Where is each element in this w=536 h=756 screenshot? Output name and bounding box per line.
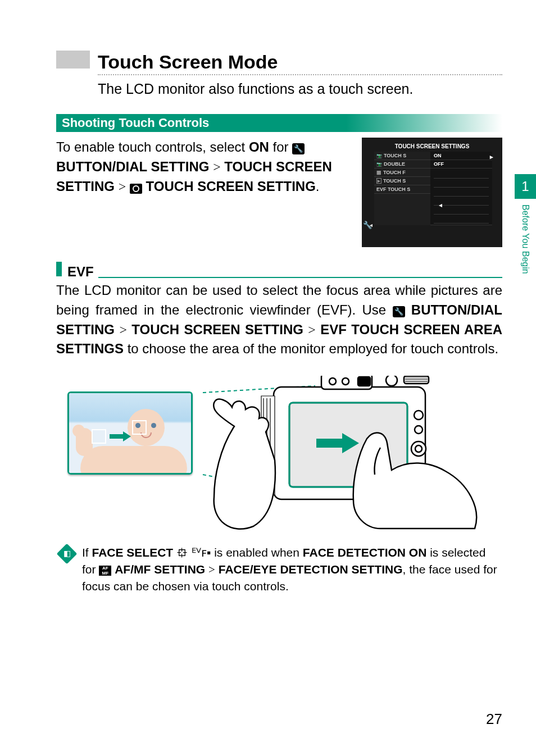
afmf-icon: AFMF	[99, 566, 111, 576]
title-row: Touch Screen Mode	[56, 51, 502, 73]
evf-title: EVF	[67, 264, 94, 280]
page-number: 27	[486, 711, 502, 728]
svg-point-6	[329, 378, 336, 385]
focus-square-icon	[92, 429, 106, 444]
menu-item: TOUCH S	[374, 177, 430, 185]
shooting-paragraph: To enable touch controls, select ON for …	[56, 138, 353, 196]
arrow-right-icon	[110, 432, 132, 440]
menu-right-column: ON▸ OFF	[430, 152, 492, 225]
svg-point-12	[415, 426, 423, 434]
page-title: Touch Screen Mode	[98, 51, 278, 73]
title-underline	[98, 74, 502, 75]
evf-paragraph: The LCD monitor can be used to select th…	[56, 281, 502, 359]
note-diamond-icon	[57, 544, 78, 564]
page: 1 Before You Begin Touch Screen Mode The…	[0, 0, 536, 756]
evf-illustration	[56, 376, 502, 533]
face-select-icons: ⯐ ᴱⱽꜰ▪	[176, 546, 211, 559]
menu-item: DOUBLE	[374, 160, 430, 168]
evf-rule	[98, 277, 502, 278]
svg-rect-8	[358, 377, 370, 386]
arrow-right-icon: ▸	[490, 153, 493, 161]
svg-point-14	[415, 445, 422, 452]
svg-point-7	[342, 378, 349, 385]
note-block: If FACE SELECT ⯐ ᴱⱽꜰ▪ is enabled when FA…	[56, 544, 502, 594]
menu-item: TOUCH S	[374, 152, 430, 160]
touch-settings-screenshot: TOUCH SCREEN SETTINGS TOUCH S DOUBLE TOU…	[362, 138, 502, 247]
menu-option-on: ON▸	[430, 152, 492, 160]
lcd-preview	[67, 391, 193, 475]
chapter-title: Before You Begin	[515, 202, 536, 276]
evf-subheader: EVF	[56, 262, 502, 280]
side-tab: 1 Before You Begin	[515, 174, 536, 276]
chapter-number: 1	[515, 174, 536, 199]
svg-rect-17	[316, 439, 342, 448]
menu-left-column: TOUCH S DOUBLE TOUCH F TOUCH S EVF TOUCH…	[374, 152, 430, 225]
note-text: If FACE SELECT ⯐ ᴱⱽꜰ▪ is enabled when FA…	[82, 544, 502, 594]
arrow-left-icon: ◂	[439, 201, 442, 209]
menu-option-off: OFF	[430, 160, 492, 168]
shooting-header: Shooting Touch Controls	[56, 114, 502, 132]
arrow-left-small-icon: ◂	[370, 222, 373, 228]
svg-point-9	[386, 376, 397, 386]
menu-item: EVF TOUCH S	[374, 185, 430, 194]
svg-point-11	[414, 411, 423, 420]
menu-item: TOUCH F	[374, 168, 430, 177]
intro-text: The LCD monitor also functions as a touc…	[98, 81, 502, 97]
wrench-icon	[393, 306, 405, 317]
menu-title: TOUCH SCREEN SETTINGS	[362, 138, 502, 152]
wrench-icon	[292, 143, 305, 154]
camera-icon	[130, 184, 142, 194]
title-mark	[56, 51, 90, 69]
evf-bar	[56, 262, 62, 276]
focus-square-icon	[132, 420, 147, 435]
